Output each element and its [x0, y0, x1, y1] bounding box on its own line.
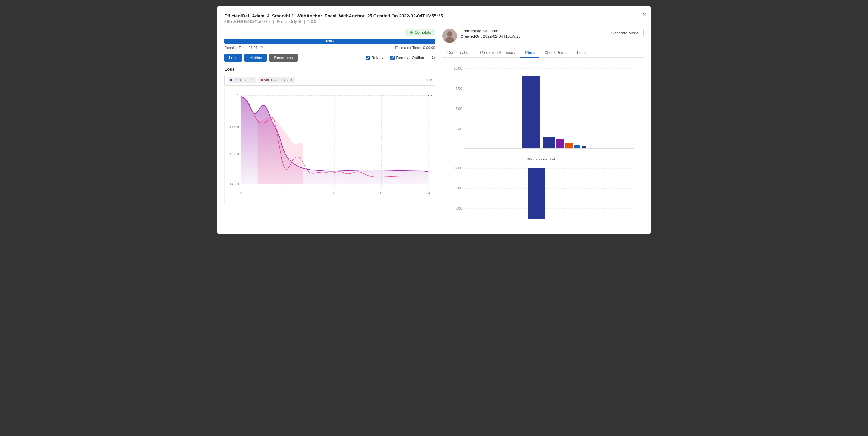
author-date: 2022-02-04T16:55:25 [483, 34, 521, 38]
resources-button[interactable]: Resources [269, 54, 298, 62]
relative-checkbox-label[interactable]: Relative [366, 56, 385, 60]
refresh-button[interactable]: ↻ [431, 55, 435, 61]
tabs: Configuration Prediction Summary Plots C… [442, 48, 644, 58]
tab-configuration[interactable]: Configuration [442, 48, 475, 58]
svg-rect-36 [582, 146, 586, 148]
tab-check-points[interactable]: Check Points [539, 48, 572, 58]
svg-text:2500: 2500 [456, 127, 463, 131]
status-badge: Complete [406, 29, 435, 36]
svg-text:0: 0 [461, 147, 462, 150]
remove-outliers-label: Remove Outliers [396, 56, 425, 60]
svg-rect-35 [575, 145, 581, 148]
main-modal: × EfficientDet_Adam_4_SmoothL1_WithAncho… [217, 6, 651, 234]
svg-text:0.6029: 0.6029 [229, 152, 239, 156]
running-time: Running Time: 21:27:42 [224, 46, 262, 50]
progress-bar-container: 100% [224, 38, 435, 44]
svg-text:9000: 9000 [456, 187, 463, 190]
tag-selector: train_total × validation_total × ✕ ▾ [224, 75, 435, 86]
progress-label: 100% [326, 39, 334, 43]
author-created-by: CreatedBy: Sampath [461, 29, 603, 33]
tag-train-label: train_total [234, 78, 250, 82]
svg-text:18: 18 [379, 191, 383, 195]
status-row: Complete [224, 29, 435, 36]
svg-text:12: 12 [333, 191, 336, 195]
modal-title: EfficientDet_Adam_4_SmoothL1_WithAnchor_… [224, 13, 644, 19]
loss-section-title: Loss [224, 67, 435, 72]
svg-text:6000: 6000 [456, 207, 463, 210]
right-charts: 10000 7500 5000 2500 0 [442, 63, 644, 227]
relative-label: Relative [371, 56, 385, 60]
bbox-chart-1-wrapper: 10000 7500 5000 2500 0 [442, 63, 644, 162]
tab-plots[interactable]: Plots [520, 48, 539, 58]
modal-body: Complete 100% Running Time: 21:27:42 Est… [224, 29, 644, 227]
clear-tags-icon[interactable]: ✕ [425, 78, 429, 82]
svg-rect-33 [556, 139, 564, 148]
tag-train-remove[interactable]: × [251, 78, 254, 82]
svg-text:5000: 5000 [456, 107, 463, 110]
svg-point-19 [447, 31, 453, 37]
expand-tags-icon[interactable]: ▾ [430, 78, 432, 82]
svg-text:0.4529: 0.4529 [229, 182, 239, 186]
svg-rect-32 [543, 137, 555, 148]
tab-logs[interactable]: Logs [572, 48, 590, 58]
svg-rect-31 [522, 76, 540, 148]
expand-chart-icon[interactable]: ⛶ [428, 91, 433, 97]
generate-modal-button[interactable]: Generate Modal [607, 29, 644, 37]
loss-button[interactable]: Loss [224, 54, 242, 62]
model-id: 61fbe8cf4806e20541a6e061 [224, 20, 270, 24]
btn-row: Loss Metrics Resources Relative Remove O… [224, 54, 435, 62]
svg-point-20 [445, 37, 454, 43]
bbox-chart-1: 10000 7500 5000 2500 0 [444, 65, 643, 155]
right-panel: CreatedBy: Sampath CreatedOn: 2022-02-04… [442, 29, 644, 227]
tag-dot-train [230, 79, 232, 81]
svg-rect-34 [565, 143, 573, 148]
metrics-button[interactable]: Metrics [244, 54, 267, 62]
tag-validation-total: validation_total × [258, 77, 296, 83]
author-name: Sampath [483, 29, 498, 33]
time-row: Running Time: 21:27:42 Estimated Time : … [224, 46, 435, 50]
tag-selector-controls: ✕ ▾ [425, 78, 432, 82]
status-dot [410, 31, 412, 34]
author-created-on: CreatedOn: 2022-02-04T16:55:25 [461, 34, 603, 38]
status-label: Complete [414, 30, 431, 35]
svg-rect-44 [528, 168, 545, 219]
tag-validation-label: validation_total [264, 78, 288, 82]
bbox-chart-1-label: BBox area distribution [444, 158, 643, 161]
tab-prediction-summary[interactable]: Prediction Summary [475, 48, 520, 58]
svg-text:0: 0 [240, 191, 242, 195]
svg-text:7500: 7500 [456, 87, 463, 90]
svg-text:6: 6 [287, 191, 288, 195]
progress-bar-fill: 100% [224, 38, 435, 44]
estimated-time: Estimated Time : 0:00:00 [395, 46, 435, 50]
loss-chart-wrapper: ⛶ 1 0.7529 0.6029 0.4529 [224, 89, 435, 204]
svg-text:12000: 12000 [454, 167, 462, 170]
author-info: CreatedBy: Sampath CreatedOn: 2022-02-04… [461, 29, 603, 39]
tag-validation-remove[interactable]: × [290, 78, 293, 82]
remove-outliers-checkbox[interactable] [390, 56, 395, 60]
tag-train-total: train_total × [227, 77, 256, 83]
bbox-chart-2: 12000 9000 6000 [444, 165, 643, 225]
remove-outliers-checkbox-label[interactable]: Remove Outliers [390, 56, 425, 60]
svg-text:10000: 10000 [454, 67, 462, 70]
version: 1.0.0 [308, 20, 316, 24]
author-row: CreatedBy: Sampath CreatedOn: 2022-02-04… [442, 29, 644, 43]
left-panel: Complete 100% Running Time: 21:27:42 Est… [224, 29, 435, 227]
svg-text:0.7529: 0.7529 [229, 125, 239, 129]
person-filter: Person Only IR [277, 20, 301, 24]
modal-overlay: × EfficientDet_Adam_4_SmoothL1_WithAncho… [0, 0, 868, 436]
checkbox-group: Relative Remove Outliers ↻ [366, 55, 435, 61]
tag-dot-validation [261, 79, 263, 81]
modal-subtitle: 61fbe8cf4806e20541a6e061 | Person Only I… [224, 20, 644, 24]
avatar [442, 29, 457, 43]
loss-chart: 1 0.7529 0.6029 0.4529 [227, 92, 432, 200]
svg-text:1: 1 [237, 93, 239, 97]
bbox-chart-2-wrapper: 12000 9000 6000 [442, 162, 644, 227]
relative-checkbox[interactable] [366, 56, 370, 60]
svg-text:24: 24 [427, 191, 430, 195]
close-button[interactable]: × [643, 11, 646, 18]
